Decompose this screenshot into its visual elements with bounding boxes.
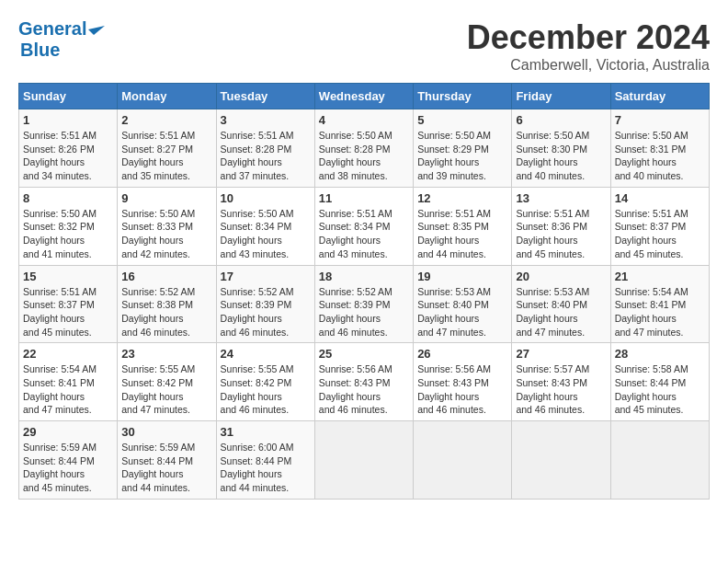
day-number: 5	[417, 113, 507, 127]
day-info: Sunrise: 5:50 AM Sunset: 8:34 PM Dayligh…	[221, 207, 311, 261]
day-info: Sunrise: 5:58 AM Sunset: 8:44 PM Dayligh…	[615, 362, 705, 417]
day-info: Sunrise: 5:53 AM Sunset: 8:40 PM Dayligh…	[417, 285, 507, 339]
day-info: Sunrise: 5:51 AM Sunset: 8:28 PM Dayligh…	[221, 129, 311, 183]
day-info: Sunrise: 5:51 AM Sunset: 8:37 PM Dayligh…	[23, 285, 113, 339]
calendar-cell: 22 Sunrise: 5:54 AM Sunset: 8:41 PM Dayl…	[19, 343, 118, 421]
day-number: 22	[23, 347, 113, 361]
logo-blue: Blue	[20, 40, 60, 61]
calendar-cell	[512, 421, 610, 500]
day-number: 7	[615, 113, 705, 127]
day-number: 24	[221, 347, 311, 361]
calendar-cell: 29 Sunrise: 5:59 AM Sunset: 8:44 PM Dayl…	[19, 421, 118, 500]
calendar-week-row: 8 Sunrise: 5:50 AM Sunset: 8:32 PM Dayli…	[19, 187, 710, 265]
calendar-cell: 16 Sunrise: 5:52 AM Sunset: 8:38 PM Dayl…	[118, 265, 216, 343]
calendar-cell: 2 Sunrise: 5:51 AM Sunset: 8:27 PM Dayli…	[118, 109, 216, 188]
day-number: 4	[319, 113, 409, 127]
day-info: Sunrise: 5:51 AM Sunset: 8:34 PM Dayligh…	[319, 207, 409, 261]
logo-general: General	[18, 18, 86, 40]
day-number: 10	[221, 191, 311, 205]
calendar-cell: 31 Sunrise: 6:00 AM Sunset: 8:44 PM Dayl…	[216, 421, 314, 500]
calendar-cell: 1 Sunrise: 5:51 AM Sunset: 8:26 PM Dayli…	[19, 109, 118, 188]
day-info: Sunrise: 5:51 AM Sunset: 8:27 PM Dayligh…	[121, 129, 211, 183]
svg-marker-0	[88, 26, 105, 35]
calendar-cell: 6 Sunrise: 5:50 AM Sunset: 8:30 PM Dayli…	[512, 109, 610, 188]
calendar-cell: 27 Sunrise: 5:57 AM Sunset: 8:43 PM Dayl…	[512, 343, 610, 421]
calendar-cell: 30 Sunrise: 5:59 AM Sunset: 8:44 PM Dayl…	[118, 421, 216, 500]
day-info: Sunrise: 5:55 AM Sunset: 8:42 PM Dayligh…	[221, 362, 311, 417]
calendar-cell: 26 Sunrise: 5:56 AM Sunset: 8:43 PM Dayl…	[414, 343, 512, 421]
day-number: 8	[23, 191, 113, 205]
day-info: Sunrise: 5:52 AM Sunset: 8:39 PM Dayligh…	[221, 285, 311, 339]
day-info: Sunrise: 5:50 AM Sunset: 8:33 PM Dayligh…	[121, 207, 211, 261]
day-number: 23	[121, 347, 211, 361]
header-tuesday: Tuesday	[216, 84, 314, 109]
calendar-cell: 13 Sunrise: 5:51 AM Sunset: 8:36 PM Dayl…	[512, 187, 610, 265]
day-info: Sunrise: 5:51 AM Sunset: 8:36 PM Dayligh…	[516, 207, 606, 261]
calendar-cell: 24 Sunrise: 5:55 AM Sunset: 8:42 PM Dayl…	[216, 343, 314, 421]
calendar-cell: 23 Sunrise: 5:55 AM Sunset: 8:42 PM Dayl…	[118, 343, 216, 421]
day-number: 18	[319, 270, 409, 283]
calendar-cell: 3 Sunrise: 5:51 AM Sunset: 8:28 PM Dayli…	[216, 109, 314, 188]
calendar-cell: 8 Sunrise: 5:50 AM Sunset: 8:32 PM Dayli…	[19, 187, 118, 265]
calendar-cell: 28 Sunrise: 5:58 AM Sunset: 8:44 PM Dayl…	[610, 343, 709, 421]
day-info: Sunrise: 5:56 AM Sunset: 8:43 PM Dayligh…	[319, 362, 409, 417]
day-info: Sunrise: 5:56 AM Sunset: 8:43 PM Dayligh…	[417, 362, 507, 417]
day-number: 19	[417, 270, 507, 283]
day-info: Sunrise: 6:00 AM Sunset: 8:44 PM Dayligh…	[221, 441, 311, 495]
day-number: 25	[319, 347, 409, 361]
day-number: 17	[221, 270, 311, 283]
day-info: Sunrise: 5:51 AM Sunset: 8:35 PM Dayligh…	[417, 207, 507, 261]
day-number: 12	[417, 191, 507, 205]
calendar-week-row: 15 Sunrise: 5:51 AM Sunset: 8:37 PM Dayl…	[19, 265, 710, 343]
title-block: December 2024 Camberwell, Victoria, Aust…	[467, 18, 710, 74]
day-info: Sunrise: 5:57 AM Sunset: 8:43 PM Dayligh…	[516, 362, 606, 417]
day-info: Sunrise: 5:55 AM Sunset: 8:42 PM Dayligh…	[121, 362, 211, 417]
header-wednesday: Wednesday	[314, 84, 413, 109]
day-number: 9	[121, 191, 211, 205]
day-info: Sunrise: 5:50 AM Sunset: 8:29 PM Dayligh…	[417, 129, 507, 183]
calendar-cell: 17 Sunrise: 5:52 AM Sunset: 8:39 PM Dayl…	[216, 265, 314, 343]
calendar-cell: 25 Sunrise: 5:56 AM Sunset: 8:43 PM Dayl…	[314, 343, 413, 421]
day-number: 30	[121, 425, 211, 439]
calendar-cell	[610, 421, 709, 500]
day-number: 6	[516, 113, 606, 127]
calendar-week-row: 29 Sunrise: 5:59 AM Sunset: 8:44 PM Dayl…	[19, 421, 710, 500]
page-header: General Blue December 2024 Camberwell, V…	[18, 18, 710, 74]
day-number: 21	[615, 270, 705, 283]
day-number: 13	[516, 191, 606, 205]
calendar-cell: 20 Sunrise: 5:53 AM Sunset: 8:40 PM Dayl…	[512, 265, 610, 343]
day-info: Sunrise: 5:54 AM Sunset: 8:41 PM Dayligh…	[615, 285, 705, 339]
calendar-cell: 12 Sunrise: 5:51 AM Sunset: 8:35 PM Dayl…	[414, 187, 512, 265]
calendar-cell: 4 Sunrise: 5:50 AM Sunset: 8:28 PM Dayli…	[314, 109, 413, 188]
calendar-cell: 5 Sunrise: 5:50 AM Sunset: 8:29 PM Dayli…	[414, 109, 512, 188]
day-info: Sunrise: 5:59 AM Sunset: 8:44 PM Dayligh…	[23, 441, 113, 495]
day-number: 28	[615, 347, 705, 361]
calendar-cell: 18 Sunrise: 5:52 AM Sunset: 8:39 PM Dayl…	[314, 265, 413, 343]
day-number: 2	[121, 113, 211, 127]
day-info: Sunrise: 5:52 AM Sunset: 8:38 PM Dayligh…	[121, 285, 211, 339]
day-number: 11	[319, 191, 409, 205]
calendar-cell: 21 Sunrise: 5:54 AM Sunset: 8:41 PM Dayl…	[610, 265, 709, 343]
day-info: Sunrise: 5:50 AM Sunset: 8:32 PM Dayligh…	[23, 207, 113, 261]
header-saturday: Saturday	[610, 84, 709, 109]
calendar-cell: 15 Sunrise: 5:51 AM Sunset: 8:37 PM Dayl…	[19, 265, 118, 343]
logo: General Blue	[18, 18, 105, 61]
day-number: 31	[221, 425, 311, 439]
logo-bird-icon	[88, 21, 105, 38]
day-number: 29	[23, 425, 113, 439]
day-number: 27	[516, 347, 606, 361]
calendar-cell: 9 Sunrise: 5:50 AM Sunset: 8:33 PM Dayli…	[118, 187, 216, 265]
calendar-cell	[414, 421, 512, 500]
day-number: 15	[23, 270, 113, 283]
day-info: Sunrise: 5:50 AM Sunset: 8:31 PM Dayligh…	[615, 129, 705, 183]
day-info: Sunrise: 5:59 AM Sunset: 8:44 PM Dayligh…	[121, 441, 211, 495]
calendar-table: Sunday Monday Tuesday Wednesday Thursday…	[18, 83, 710, 500]
day-info: Sunrise: 5:54 AM Sunset: 8:41 PM Dayligh…	[23, 362, 113, 417]
day-number: 3	[221, 113, 311, 127]
day-info: Sunrise: 5:51 AM Sunset: 8:37 PM Dayligh…	[615, 207, 705, 261]
location: Camberwell, Victoria, Australia	[467, 57, 710, 74]
header-monday: Monday	[118, 84, 216, 109]
header-sunday: Sunday	[19, 84, 118, 109]
day-number: 14	[615, 191, 705, 205]
month-title: December 2024	[467, 18, 710, 57]
